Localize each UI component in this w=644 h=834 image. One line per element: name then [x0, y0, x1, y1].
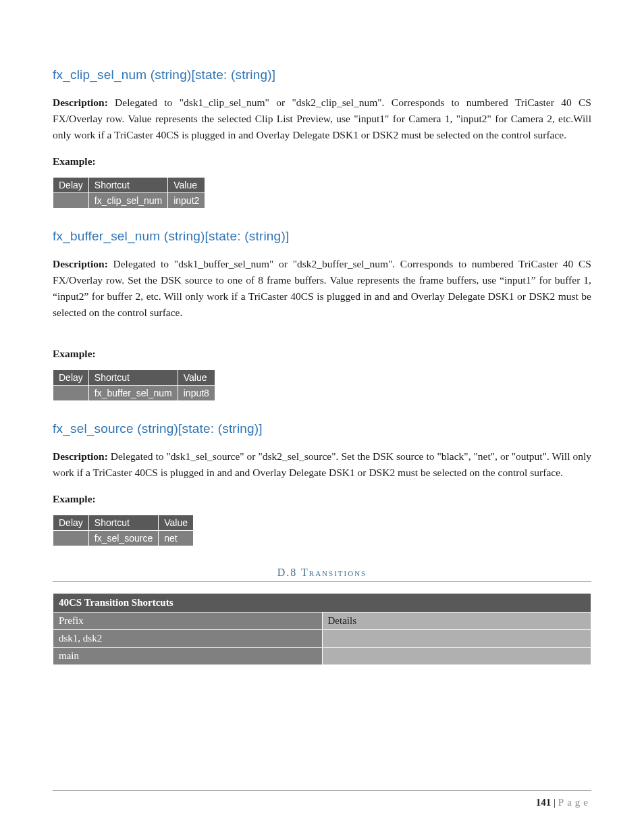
- transitions-table: 40CS Transition Shortcuts Prefix Details…: [53, 593, 591, 665]
- description-body: Delegated to "dsk1_buffer_sel_num" or "d…: [53, 258, 591, 318]
- description-body: Delegated to "dsk1_clip_sel_num" or "dsk…: [53, 97, 591, 140]
- cell-shortcut: fx_clip_sel_num: [88, 193, 167, 209]
- command-heading: fx_buffer_sel_num (string)[state: (strin…: [53, 229, 591, 244]
- table-row: main: [53, 648, 591, 665]
- col-prefix: Prefix: [53, 613, 323, 630]
- cell-prefix: dsk1, dsk2: [53, 630, 323, 648]
- col-value: Value: [178, 370, 215, 386]
- command-section: fx_clip_sel_num (string)[state: (string)…: [53, 68, 591, 209]
- description-label: Description:: [53, 258, 108, 269]
- col-delay: Delay: [53, 515, 89, 531]
- table-header-row: Delay Shortcut Value: [53, 178, 205, 193]
- cell-prefix: main: [53, 648, 323, 665]
- col-delay: Delay: [53, 370, 89, 386]
- table-row: fx_clip_sel_num input2: [53, 193, 205, 209]
- command-section: fx_buffer_sel_num (string)[state: (strin…: [53, 229, 591, 401]
- command-description: Description: Delegated to "dsk1_clip_sel…: [53, 95, 591, 143]
- table-row: fx_sel_source net: [53, 531, 194, 546]
- cell-delay: [53, 193, 89, 209]
- description-label: Description:: [53, 450, 108, 462]
- page-number: 141: [536, 797, 552, 808]
- page-footer: 141 | Page: [536, 797, 591, 808]
- command-section: fx_sel_source (string)[state: (string)] …: [53, 421, 591, 546]
- footer-sep: |: [551, 797, 558, 808]
- table-header-row: Delay Shortcut Value: [53, 515, 194, 531]
- table-header-row: Delay Shortcut Value: [53, 370, 215, 386]
- col-value: Value: [159, 515, 194, 531]
- cell-shortcut: fx_buffer_sel_num: [88, 386, 178, 401]
- example-table: Delay Shortcut Value fx_buffer_sel_num i…: [53, 369, 215, 401]
- cell-delay: [53, 386, 89, 401]
- command-heading: fx_sel_source (string)[state: (string)]: [53, 421, 591, 436]
- table-row: fx_buffer_sel_num input8: [53, 386, 215, 401]
- col-details: Details: [322, 613, 591, 630]
- cell-value: input2: [168, 193, 205, 209]
- transitions-title-row: 40CS Transition Shortcuts: [53, 594, 591, 613]
- command-description: Description: Delegated to "dsk1_sel_sour…: [53, 448, 591, 481]
- transitions-header-row: Prefix Details: [53, 613, 591, 630]
- cell-details: [322, 630, 591, 648]
- transitions-title: 40CS Transition Shortcuts: [53, 594, 591, 613]
- footer-word: Page: [558, 797, 591, 808]
- page-content: fx_clip_sel_num (string)[state: (string)…: [0, 0, 644, 665]
- command-description: Description: Delegated to "dsk1_buffer_s…: [53, 256, 591, 321]
- example-label: Example:: [53, 155, 591, 167]
- example-table: Delay Shortcut Value fx_clip_sel_num inp…: [53, 177, 205, 209]
- example-label: Example:: [53, 493, 591, 505]
- example-label: Example:: [53, 348, 591, 360]
- col-shortcut: Shortcut: [88, 370, 178, 386]
- cell-shortcut: fx_sel_source: [88, 531, 158, 546]
- table-row: dsk1, dsk2: [53, 630, 591, 648]
- example-table: Delay Shortcut Value fx_sel_source net: [53, 515, 194, 546]
- col-shortcut: Shortcut: [88, 178, 167, 193]
- cell-value: input8: [178, 386, 215, 401]
- cell-value: net: [159, 531, 194, 546]
- col-value: Value: [168, 178, 205, 193]
- section-header-transitions: D.8 Transitions: [53, 567, 591, 582]
- cell-details: [322, 648, 591, 665]
- spacer: [53, 333, 591, 348]
- col-delay: Delay: [53, 178, 89, 193]
- footer-divider: [53, 790, 591, 791]
- cell-delay: [53, 531, 89, 546]
- command-heading: fx_clip_sel_num (string)[state: (string)…: [53, 68, 591, 82]
- col-shortcut: Shortcut: [88, 515, 158, 531]
- description-label: Description:: [53, 97, 108, 108]
- description-body: Delegated to "dsk1_sel_source" or "dsk2_…: [53, 450, 591, 478]
